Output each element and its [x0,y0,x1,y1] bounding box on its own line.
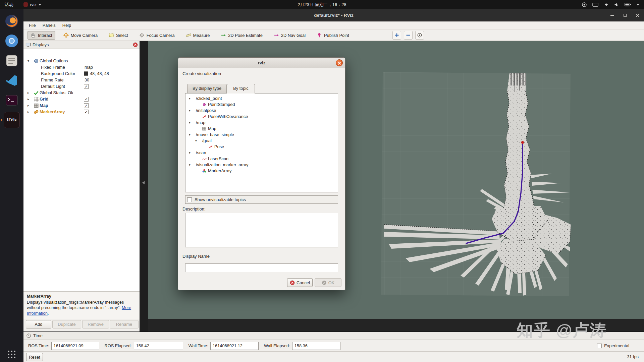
dialog-titlebar[interactable]: rviz [178,58,345,68]
time-field-0: ROS Time:1614068921.09 [28,342,99,350]
create-visualization-dialog: rviz Create visualization By display typ… [178,57,345,290]
expander-icon[interactable]: ▸ [28,89,29,96]
firefox-icon[interactable] [4,13,20,29]
files-icon[interactable] [4,53,20,69]
collapse-panel-icon[interactable] [142,181,145,184]
status-ok-icon [34,90,39,96]
expander-icon[interactable]: ▾ [195,138,197,144]
menu-file[interactable]: File [25,21,39,29]
vscode-icon[interactable] [4,72,20,88]
tab-by-display-type[interactable]: By display type [187,84,227,93]
topic-row-map[interactable]: Map [185,126,338,132]
volume-icon[interactable] [614,3,619,7]
displays-row-grid[interactable]: ▸Grid✓ [23,96,140,102]
topic-row-visualization-marker-array[interactable]: ▾/visualization_marker_array [185,162,338,168]
topic-row-clicked-point[interactable]: ▾/clicked_point [185,96,338,102]
menu-panels[interactable]: Panels [39,21,59,29]
topic-row-pointstamped[interactable]: PointStamped [185,102,338,108]
displays-row-frame-rate[interactable]: Frame Rate30 [23,77,140,83]
expander-icon[interactable]: ▾ [189,150,191,156]
activities-button[interactable]: 活动 [5,2,13,8]
topic-row-move-base-simple[interactable]: ▾/move_base_simple [185,132,338,138]
expander-icon[interactable]: ▸ [28,109,29,115]
show-unvisualizable-checkbox[interactable] [187,197,192,202]
topic-row-markerarray[interactable]: MarkerArray [185,168,338,174]
row-checkbox[interactable]: ✓ [84,84,89,89]
expander-icon[interactable]: ▾ [28,58,29,64]
topic-row-scan[interactable]: ▾/scan [185,150,338,156]
description-textarea[interactable] [185,213,338,247]
expander-icon[interactable]: ▸ [28,102,29,109]
close-button[interactable] [635,13,640,18]
expander-icon[interactable]: ▾ [189,120,191,126]
tool-2d-nav-goal[interactable]: 2D Nav Goal [271,31,309,40]
show-applications-button[interactable] [8,351,15,358]
topic-row-laserscan[interactable]: LaserScan [185,156,338,162]
tool-measure[interactable]: Measure [183,31,213,40]
expander-icon[interactable]: ▾ [189,132,191,138]
cancel-button[interactable]: Cancel [287,278,313,287]
clock[interactable]: 2月23日 星期二，16：28 [298,0,346,9]
topic-row-pose[interactable]: Pose [185,144,338,150]
app-menu-icon [23,2,28,7]
expander-icon[interactable]: ▸ [28,96,29,102]
tab-by-topic[interactable]: By topic [227,84,255,94]
time-field-value[interactable]: 158.36 [292,342,340,350]
row-checkbox[interactable]: ✓ [84,97,89,102]
topic-row-initialpose[interactable]: ▾/initialpose [185,108,338,114]
time-field-value[interactable]: 158.42 [134,342,183,350]
displays-row-global-options[interactable]: ▾Global Options [23,58,140,64]
time-field-value[interactable]: 1614068921.09 [51,342,99,350]
time-field-value[interactable]: 1614068921.12 [210,342,259,350]
expander-icon[interactable]: ▾ [189,96,191,102]
screen-record-icon[interactable] [582,2,587,7]
window-titlebar[interactable]: default.rviz* - RViz [23,9,644,21]
minus-icon[interactable] [404,31,413,40]
experimental-checkbox[interactable] [597,344,602,348]
display-name-input[interactable] [185,263,338,272]
row-checkbox[interactable]: ✓ [84,110,89,114]
description-suffix: . [48,311,49,316]
displays-property-tree: ▾Global OptionsFixed FramemapBackground … [23,49,140,291]
tool-interact[interactable]: Interact [28,31,55,40]
topic-row-posewithcovariance[interactable]: PoseWithCovariance [185,114,338,120]
watermark: 知乎 @卢涛 [517,319,607,342]
maximize-button[interactable] [623,13,627,18]
expander-icon[interactable]: ▾ [189,108,191,114]
topic-row-goal[interactable]: ▾/goal [185,138,338,144]
displays-row-markerarray[interactable]: ▸MarkerArray✓ [23,109,140,115]
displays-row-background-color[interactable]: Background Color48; 48; 48 [23,70,140,77]
battery-icon[interactable] [625,3,631,6]
displays-row-default-light[interactable]: Default Light✓ [23,83,140,89]
app-menu[interactable]: rviz [23,2,41,7]
displays-panel-close-icon[interactable] [133,42,138,47]
tool-2d-pose-estimate[interactable]: 2D Pose Estimate [218,31,265,40]
chevron-down-icon [39,4,41,6]
panel-splitter[interactable] [140,41,148,331]
plus-icon[interactable] [392,31,401,40]
tool-select[interactable]: Select [106,31,131,40]
system-tray[interactable] [582,2,639,7]
dialog-close-button[interactable] [336,59,343,66]
chromium-icon[interactable] [4,33,20,49]
wifi-icon[interactable] [604,3,609,6]
expander-icon[interactable]: ▾ [189,162,191,168]
menu-help[interactable]: Help [59,21,74,29]
eye-icon[interactable] [415,31,424,40]
rviz-icon[interactable]: RViz [4,112,20,128]
tool-focus-camera[interactable]: Focus Camera [136,31,178,40]
tool-publish-point[interactable]: Publish Point [314,31,352,40]
terminal-icon[interactable] [4,92,20,108]
displays-panel-header[interactable]: Displays [23,41,140,49]
reset-button[interactable]: Reset [26,353,43,361]
display-device-icon[interactable] [592,3,598,7]
topic-row-map[interactable]: ▾/map [185,120,338,126]
row-checkbox[interactable]: ✓ [84,103,89,108]
displays-row-global-status-ok[interactable]: ▸Global Status: Ok [23,89,140,96]
minimize-button[interactable] [610,13,614,18]
displays-buttons-row: Add Duplicate Remove Rename [23,319,140,330]
add-button[interactable]: Add [26,320,51,328]
displays-row-map[interactable]: ▸Map✓ [23,102,140,109]
tool-move-camera[interactable]: Move Camera [60,31,101,40]
displays-row-fixed-frame[interactable]: Fixed Framemap [23,64,140,70]
